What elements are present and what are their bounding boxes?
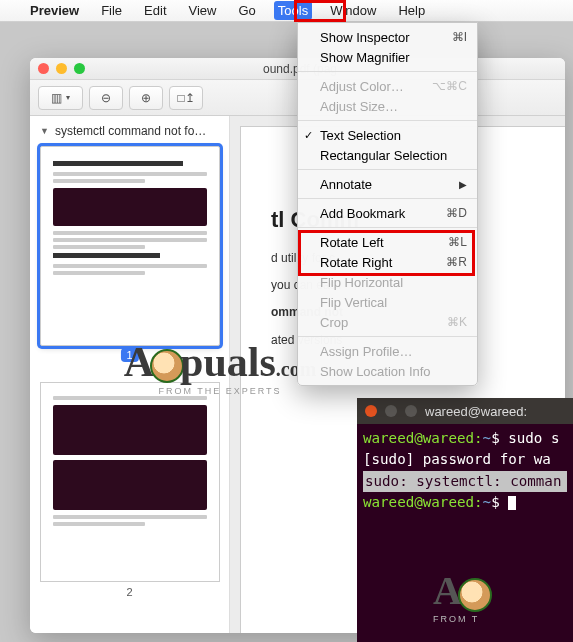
menu-separator xyxy=(298,71,477,72)
terminal-line: wareed@wareed:~$ xyxy=(363,492,567,513)
menu-add-bookmark[interactable]: Add Bookmark⌘D xyxy=(298,203,477,223)
share-icon: □↥ xyxy=(177,91,194,105)
terminal-overlay: wareed@wareed: wareed@wareed:~$ sudo s [… xyxy=(357,398,573,642)
checkmark-icon: ✓ xyxy=(304,129,313,142)
sidebar-doc-title-row[interactable]: ▼ systemctl command not fo… xyxy=(36,122,223,146)
menu-rotate-right[interactable]: Rotate Right⌘R xyxy=(298,252,477,272)
terminal-body[interactable]: wareed@wareed:~$ sudo s [sudo] password … xyxy=(357,424,573,517)
menu-separator xyxy=(298,169,477,170)
menu-separator xyxy=(298,198,477,199)
sidebar-icon: ▥ xyxy=(51,91,62,105)
zoom-in-button[interactable]: ⊕ xyxy=(129,86,163,110)
minimize-icon[interactable] xyxy=(56,63,67,74)
menu-crop: Crop⌘K xyxy=(298,312,477,332)
terminal-line: wareed@wareed:~$ sudo s xyxy=(363,428,567,449)
zoom-out-icon: ⊖ xyxy=(101,91,111,105)
menu-edit[interactable]: Edit xyxy=(140,1,170,20)
menu-file[interactable]: File xyxy=(97,1,126,20)
menu-show-location-info: Show Location Info xyxy=(298,361,477,381)
page-number: 2 xyxy=(40,586,220,598)
menu-help[interactable]: Help xyxy=(394,1,429,20)
menu-view[interactable]: View xyxy=(185,1,221,20)
chevron-down-icon: ▾ xyxy=(66,93,70,102)
traffic-lights xyxy=(38,63,85,74)
menu-separator xyxy=(298,336,477,337)
terminal-line: sudo: systemctl: comman xyxy=(363,471,567,492)
zoom-out-button[interactable]: ⊖ xyxy=(89,86,123,110)
sidebar-doc-title: systemctl command not fo… xyxy=(55,124,206,138)
menu-adjust-color: Adjust Color…⌥⌘C xyxy=(298,76,477,96)
menu-annotate[interactable]: Annotate▶ xyxy=(298,174,477,194)
submenu-arrow-icon: ▶ xyxy=(459,179,467,190)
tools-dropdown-menu: Show Inspector⌘I Show Magnifier Adjust C… xyxy=(297,22,478,386)
thumbnail-page-2[interactable]: 2 xyxy=(40,382,220,598)
menu-rotate-left[interactable]: Rotate Left⌘L xyxy=(298,232,477,252)
menu-separator xyxy=(298,120,477,121)
menu-show-magnifier[interactable]: Show Magnifier xyxy=(298,47,477,67)
thumbnail-preview xyxy=(53,161,207,275)
menu-text-selection[interactable]: ✓ Text Selection xyxy=(298,125,477,145)
menu-rectangular-selection[interactable]: Rectangular Selection xyxy=(298,145,477,165)
menu-tools[interactable]: Tools xyxy=(274,1,312,20)
menu-adjust-size: Adjust Size… xyxy=(298,96,477,116)
terminal-line: [sudo] password for wa xyxy=(363,449,567,470)
menu-separator xyxy=(298,227,477,228)
menu-flip-vertical: Flip Vertical xyxy=(298,292,477,312)
sidebar-view-button[interactable]: ▥ ▾ xyxy=(38,86,83,110)
terminal-close-icon[interactable] xyxy=(365,405,377,417)
maximize-icon[interactable] xyxy=(74,63,85,74)
thumbnail-page-1[interactable]: 1 xyxy=(40,146,220,346)
terminal-titlebar: wareed@wareed: xyxy=(357,398,573,424)
zoom-in-icon: ⊕ xyxy=(141,91,151,105)
thumbnail-preview xyxy=(53,396,207,526)
close-icon[interactable] xyxy=(38,63,49,74)
macos-menubar: Preview File Edit View Go Tools Window H… xyxy=(0,0,573,22)
menu-show-inspector[interactable]: Show Inspector⌘I xyxy=(298,27,477,47)
terminal-minimize-icon[interactable] xyxy=(385,405,397,417)
thumbnail-sidebar: ▼ systemctl command not fo… 1 xyxy=(30,116,230,633)
app-name[interactable]: Preview xyxy=(26,1,83,20)
menu-window[interactable]: Window xyxy=(326,1,380,20)
terminal-title: wareed@wareed: xyxy=(425,404,527,419)
page-badge-selected: 1 xyxy=(120,348,138,362)
terminal-maximize-icon[interactable] xyxy=(405,405,417,417)
menu-assign-profile: Assign Profile… xyxy=(298,341,477,361)
share-button[interactable]: □↥ xyxy=(169,86,203,110)
menu-flip-horizontal: Flip Horizontal xyxy=(298,272,477,292)
cursor-icon xyxy=(508,496,516,510)
menu-go[interactable]: Go xyxy=(234,1,259,20)
disclosure-triangle-icon[interactable]: ▼ xyxy=(40,126,49,136)
